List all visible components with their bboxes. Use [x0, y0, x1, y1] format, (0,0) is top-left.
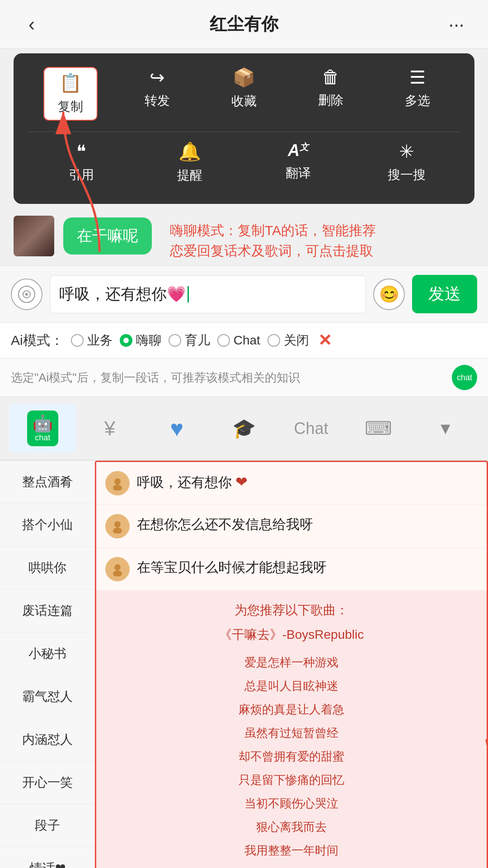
- ai-mode-haichat[interactable]: 嗨聊: [120, 332, 161, 349]
- response-text-1: 在想你怎么还不发信息给我呀: [137, 514, 478, 534]
- sidebar-item-9[interactable]: 情话❤: [0, 847, 95, 868]
- ai-mode-business[interactable]: 业务: [71, 332, 113, 349]
- lyric-line-0: 爱是怎样一种游戏: [110, 651, 473, 674]
- sidebar-item-4[interactable]: 小秘书: [0, 632, 95, 675]
- ai-mode-off[interactable]: 关闭: [267, 332, 309, 349]
- tab-heart[interactable]: ♥: [143, 409, 211, 448]
- ai-mode-chat[interactable]: Chat: [217, 333, 260, 348]
- ai-mode-bar: Ai模式： 业务 嗨聊 育儿 Chat 关闭 ✕: [0, 323, 488, 359]
- response-item-1[interactable]: 在想你怎么还不发信息给我呀: [96, 505, 487, 548]
- search-menu-item[interactable]: ✳ 搜一搜: [380, 141, 434, 184]
- heart-emoji-0: ❤: [235, 471, 248, 493]
- radio-childcare-label: 育儿: [185, 332, 210, 349]
- ai-mode-childcare[interactable]: 育儿: [169, 332, 210, 349]
- quote-menu-item[interactable]: ❝ 引用: [54, 141, 108, 184]
- svg-point-4: [114, 478, 121, 485]
- context-menu: 📋 复制 ↪ 转发 📦 收藏 🗑 删除 ☰ 多选 ❝ 引用 🔔 提醒: [14, 53, 474, 204]
- sidebar-item-8[interactable]: 段子: [0, 804, 95, 847]
- tab-robot[interactable]: 🤖 chat: [9, 404, 76, 453]
- sidebar-item-1[interactable]: 搭个小仙: [0, 504, 95, 547]
- right-content-panel: 呼吸，还有想你 ❤ 在想你怎么还不发信息给我呀 在等宝贝什么时候才能想起我呀 为…: [95, 461, 488, 868]
- lyric-line-1: 总是叫人目眩神迷: [110, 674, 473, 698]
- message-input[interactable]: 呼吸，还有想你💗: [50, 275, 366, 313]
- down-arrow-icon: ▼: [437, 419, 454, 438]
- svg-point-5: [113, 485, 122, 491]
- song-lyrics: 爱是怎样一种游戏 总是叫人目眩神迷 麻烦的真是让人着急 虽然有过短暂曾经 却不曾…: [110, 651, 473, 868]
- tab-graduate[interactable]: 🎓: [211, 411, 278, 446]
- more-button[interactable]: ···: [443, 14, 470, 35]
- lyric-line-9: 才能将你忘记: [110, 862, 473, 868]
- sidebar-item-0[interactable]: 整点酒肴: [0, 461, 95, 504]
- copy-menu-item[interactable]: 📋 复制: [43, 67, 98, 121]
- heart-icon: ♥: [170, 415, 184, 442]
- sidebar-item-7[interactable]: 开心一笑: [0, 761, 95, 804]
- sidebar-item-5[interactable]: 霸气怼人: [0, 675, 95, 718]
- yuan-icon: ¥: [104, 417, 115, 440]
- collect-icon: 📦: [233, 67, 255, 88]
- back-button[interactable]: ‹: [18, 14, 45, 35]
- svg-point-9: [113, 571, 122, 576]
- forward-menu-item[interactable]: ↪ 转发: [130, 67, 184, 121]
- delete-menu-item[interactable]: 🗑 删除: [304, 67, 358, 121]
- chat-bubble: 在干嘛呢: [63, 217, 152, 255]
- radio-chat[interactable]: [217, 334, 230, 347]
- response-avatar-1: [105, 514, 130, 538]
- remind-menu-item[interactable]: 🔔 提醒: [163, 141, 217, 184]
- svg-point-6: [114, 521, 121, 528]
- main-content: 整点酒肴 搭个小仙 哄哄你 废话连篇 小秘书 霸气怼人 内涵怼人 开心一笑 段子…: [0, 461, 488, 868]
- translate-menu-item[interactable]: A文 翻译: [271, 141, 325, 184]
- collect-label: 收藏: [231, 93, 257, 110]
- app-header: ‹ 红尘有你 ···: [0, 0, 488, 49]
- response-content-1: 在想你怎么还不发信息给我呀: [137, 514, 313, 534]
- response-item-2[interactable]: 在等宝贝什么时候才能想起我呀: [96, 548, 487, 591]
- lyric-line-5: 只是留下惨痛的回忆: [110, 768, 473, 792]
- input-area: 呼吸，还有想你💗 😊 发送: [0, 265, 488, 323]
- annotation-text: 嗨聊模式：复制TA的话，智能推荐恋爱回复话术及歌词，可点击提取: [170, 220, 376, 261]
- text-cursor: [188, 286, 189, 302]
- radio-childcare[interactable]: [169, 334, 181, 347]
- radio-business[interactable]: [71, 334, 84, 347]
- tab-keyboard[interactable]: ⌨: [345, 411, 412, 446]
- tab-yuan[interactable]: ¥: [76, 411, 144, 446]
- radio-off[interactable]: [267, 334, 280, 347]
- voice-button[interactable]: [11, 278, 42, 310]
- ai-mode-label: Ai模式：: [11, 331, 64, 350]
- lyric-line-6: 当初不顾伤心哭泣: [110, 792, 473, 815]
- song-recommendation: 为您推荐以下歌曲： 《干嘛去》-BoysRepublic 爱是怎样一种游戏 总是…: [96, 591, 487, 868]
- search-icon: ✳: [399, 141, 414, 162]
- input-text: 呼吸，还有想你💗: [59, 284, 186, 305]
- delete-icon: 🗑: [322, 67, 340, 87]
- collect-menu-item[interactable]: 📦 收藏: [217, 67, 271, 121]
- response-text-2: 在等宝贝什么时候才能想起我呀: [137, 557, 478, 577]
- forward-label: 转发: [145, 92, 170, 109]
- lyric-line-4: 却不曾拥有爱的甜蜜: [110, 745, 473, 768]
- tab-robot-label: chat: [35, 433, 50, 443]
- response-item-0[interactable]: 呼吸，还有想你 ❤: [96, 462, 487, 505]
- tab-bar: 🤖 chat ¥ ♥ 🎓 Chat ⌨ ▼: [0, 397, 488, 461]
- translate-icon: A文: [288, 141, 309, 160]
- song-name[interactable]: 《干嘛去》-BoysRepublic: [110, 626, 473, 643]
- response-avatar-0: [105, 471, 130, 495]
- multiselect-icon: ☰: [409, 67, 426, 88]
- song-section-title: 为您推荐以下歌曲：: [110, 602, 473, 619]
- sidebar-item-6[interactable]: 内涵怼人: [0, 718, 95, 761]
- context-menu-row1: 📋 复制 ↪ 转发 📦 收藏 🗑 删除 ☰ 多选: [27, 67, 461, 121]
- chat-badge-icon[interactable]: chat: [452, 365, 477, 390]
- emoji-icon: 😊: [379, 285, 399, 304]
- send-button[interactable]: 发送: [412, 275, 477, 313]
- emoji-button[interactable]: 😊: [373, 278, 405, 310]
- lyric-line-8: 我用整整一年时间: [110, 839, 473, 862]
- tab-chat-text[interactable]: Chat: [277, 413, 345, 444]
- radio-haichat[interactable]: [120, 334, 132, 347]
- ai-close-button[interactable]: ✕: [318, 331, 332, 350]
- chat-text-icon: Chat: [294, 419, 328, 438]
- sidebar-item-3[interactable]: 废话连篇: [0, 590, 95, 632]
- chat-badge-label: chat: [457, 373, 472, 382]
- multiselect-menu-item[interactable]: ☰ 多选: [390, 67, 445, 121]
- keyboard-icon: ⌨: [365, 417, 392, 439]
- sidebar-item-2[interactable]: 哄哄你: [0, 547, 95, 590]
- tab-down[interactable]: ▼: [412, 413, 479, 444]
- voice-icon: [18, 285, 36, 303]
- multiselect-label: 多选: [405, 92, 430, 109]
- svg-point-3: [25, 293, 28, 296]
